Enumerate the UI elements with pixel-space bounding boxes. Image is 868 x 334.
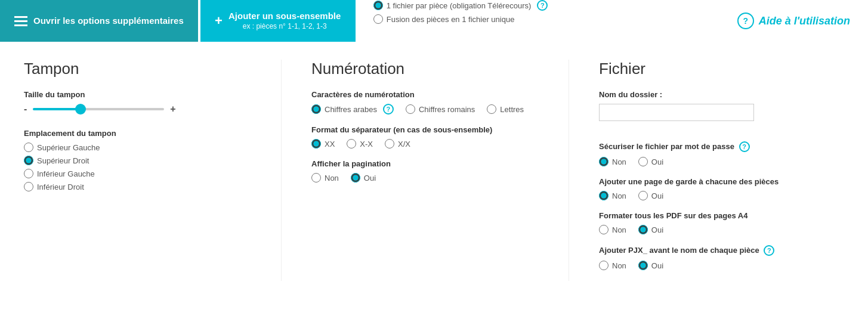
radio-pg-oui[interactable]: Oui <box>638 191 663 200</box>
options-button-label: Ouvrir les options supplémentaires <box>33 15 184 27</box>
radio-x-slash-x-label: X/X <box>398 140 410 149</box>
help-icon-fichier[interactable]: ? <box>537 0 548 11</box>
fichier-radio-group: 1 fichier par pièce (obligation Téléreco… <box>373 0 548 42</box>
caracteres-field: Caractères de numérotation Chiffres arab… <box>311 90 539 115</box>
taille-slider[interactable] <box>33 108 164 110</box>
pjx-field: Ajouter PJX_ avant le nom de chaque pièc… <box>599 245 826 270</box>
help-icon-securiser[interactable]: ? <box>739 141 750 152</box>
radio-sec-oui[interactable]: Oui <box>638 157 663 166</box>
slider-plus: + <box>170 104 175 115</box>
separateur-radio-group: XX X-X X/X <box>311 139 539 149</box>
separateur-field: Format du séparateur (en cas de sous-ens… <box>311 125 539 149</box>
numerotation-section: Numérotation Caractères de numérotation … <box>294 60 557 281</box>
radio-a4-non-label: Non <box>612 225 626 234</box>
divider-2 <box>569 60 569 281</box>
tampon-title: Tampon <box>24 60 251 78</box>
main-content: Tampon Taille du tampon - + Emplacement … <box>0 42 868 299</box>
radio-x-slash-x[interactable]: X/X <box>385 139 410 149</box>
pagination-label: Afficher la pagination <box>311 159 539 168</box>
add-subset-sublabel: ex : pièces n° 1-1, 1-2, 1-3 <box>228 22 341 32</box>
radio-pag-oui[interactable]: Oui <box>351 173 376 183</box>
radio-romains-label: Chiffres romains <box>419 105 475 114</box>
pagination-radio-group: Non Oui <box>311 173 539 183</box>
plus-icon: + <box>215 13 223 30</box>
radio-pg-non-label: Non <box>612 191 626 200</box>
radio-sec-oui-label: Oui <box>651 157 663 166</box>
radio-fusion[interactable]: Fusion des pièces en 1 fichier unique <box>373 14 548 24</box>
radio-inf-gauche-label: Inférieur Gauche <box>37 169 95 178</box>
securiser-field: Sécuriser le fichier par mot de passe ? … <box>599 141 826 166</box>
radio-lettres-label: Lettres <box>500 105 524 114</box>
options-button[interactable]: Ouvrir les options supplémentaires <box>0 0 198 42</box>
dossier-field: Nom du dossier : <box>599 90 826 131</box>
radio-a4-oui-label: Oui <box>651 225 663 234</box>
fichier-title: Fichier <box>599 60 826 78</box>
radio-fusion-label: Fusion des pièces en 1 fichier unique <box>387 15 515 24</box>
radio-pjx-oui[interactable]: Oui <box>638 261 663 270</box>
hamburger-icon <box>14 16 27 26</box>
emplacement-label: Emplacement du tampon <box>24 129 251 138</box>
aide-link[interactable]: ? Aide à l'utilisation <box>737 0 850 42</box>
radio-pg-non[interactable]: Non <box>599 191 626 200</box>
add-subset-label: Ajouter un sous-ensemble <box>228 10 341 22</box>
divider-1 <box>281 60 282 281</box>
pjx-radio-group: Non Oui <box>599 261 826 270</box>
radio-pjx-oui-label: Oui <box>651 261 663 270</box>
dossier-label: Nom du dossier : <box>599 90 826 99</box>
header-bar: Ouvrir les options supplémentaires + Ajo… <box>0 0 868 42</box>
radio-fichier-par-piece-label: 1 fichier par pièce (obligation Téléreco… <box>387 1 532 10</box>
help-icon-arabes[interactable]: ? <box>383 104 394 115</box>
format-a4-radio-group: Non Oui <box>599 225 826 234</box>
emplacement-radio-group: Supérieur Gauche Supérieur Droit Inférie… <box>24 143 251 191</box>
radio-lettres[interactable]: Lettres <box>487 104 524 115</box>
radio-x-x-label: X-X <box>360 140 373 149</box>
radio-fichier-par-piece[interactable]: 1 fichier par pièce (obligation Téléreco… <box>373 0 548 11</box>
pagination-field: Afficher la pagination Non Oui <box>311 159 539 183</box>
page-garde-label: Ajouter une page de garde à chacune des … <box>599 177 826 186</box>
tampon-section: Tampon Taille du tampon - + Emplacement … <box>24 60 269 281</box>
radio-sup-droit[interactable]: Supérieur Droit <box>24 156 251 165</box>
radio-inf-droit-label: Inférieur Droit <box>37 183 84 191</box>
radio-inf-droit[interactable]: Inférieur Droit <box>24 182 251 191</box>
radio-a4-non[interactable]: Non <box>599 225 626 234</box>
radio-pjx-non-label: Non <box>612 261 626 270</box>
radio-a4-oui[interactable]: Oui <box>638 225 663 234</box>
pjx-label: Ajouter PJX_ avant le nom de chaque pièc… <box>599 245 826 256</box>
securiser-label: Sécuriser le fichier par mot de passe ? <box>599 141 826 152</box>
radio-sup-droit-label: Supérieur Droit <box>37 156 89 165</box>
taille-field: Taille du tampon - + <box>24 90 251 115</box>
radio-xx[interactable]: XX <box>311 139 335 149</box>
aide-icon: ? <box>737 13 754 29</box>
radio-sup-gauche[interactable]: Supérieur Gauche <box>24 143 251 152</box>
dossier-input[interactable] <box>599 104 754 121</box>
emplacement-field: Emplacement du tampon Supérieur Gauche S… <box>24 129 251 191</box>
securiser-radio-group: Non Oui <box>599 157 826 166</box>
radio-sec-non[interactable]: Non <box>599 157 626 166</box>
radio-pag-non[interactable]: Non <box>311 173 339 183</box>
radio-romains[interactable]: Chiffres romains <box>406 104 475 115</box>
radio-arabes-label: Chiffres arabes <box>325 105 377 114</box>
format-a4-field: Formater tous les PDF sur des pages A4 N… <box>599 211 826 234</box>
radio-inf-gauche[interactable]: Inférieur Gauche <box>24 169 251 178</box>
radio-pag-oui-label: Oui <box>364 174 376 183</box>
fichier-section: Fichier Nom du dossier : Sécuriser le fi… <box>581 60 844 281</box>
slider-container: - + <box>24 104 251 115</box>
page-garde-radio-group: Non Oui <box>599 191 826 200</box>
radio-sup-gauche-label: Supérieur Gauche <box>37 143 100 152</box>
radio-sec-non-label: Non <box>612 157 626 166</box>
aide-label: Aide à l'utilisation <box>759 15 850 27</box>
caracteres-radio-group: Chiffres arabes ? Chiffres romains Lettr… <box>311 104 539 115</box>
radio-x-x[interactable]: X-X <box>347 139 373 149</box>
help-icon-pjx[interactable]: ? <box>764 245 774 256</box>
page-garde-field: Ajouter une page de garde à chacune des … <box>599 177 826 200</box>
radio-pjx-non[interactable]: Non <box>599 261 626 270</box>
format-a4-label: Formater tous les PDF sur des pages A4 <box>599 211 826 220</box>
numerotation-title: Numérotation <box>311 60 539 78</box>
radio-pag-non-label: Non <box>325 174 339 183</box>
radio-pg-oui-label: Oui <box>651 191 663 200</box>
radio-arabes[interactable]: Chiffres arabes ? <box>311 104 394 115</box>
add-subset-button[interactable]: + Ajouter un sous-ensemble ex : pièces n… <box>200 0 356 42</box>
radio-xx-label: XX <box>325 140 335 149</box>
caracteres-label: Caractères de numérotation <box>311 90 539 99</box>
taille-label: Taille du tampon <box>24 90 251 99</box>
